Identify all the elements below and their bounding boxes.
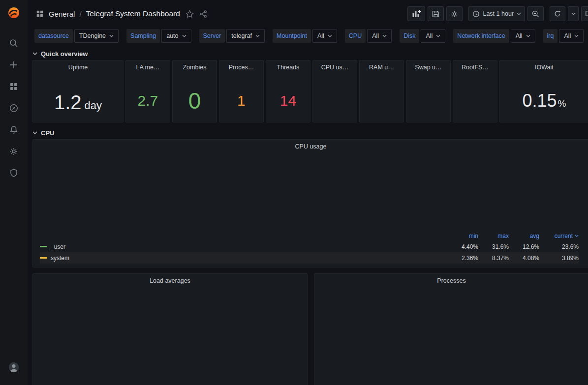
panel-title[interactable]: LA me… [126, 60, 170, 72]
rootfs-gauge[interactable] [453, 73, 497, 115]
var-value-cpu[interactable]: All [367, 29, 392, 43]
zoom-out-button[interactable] [527, 6, 544, 21]
panel-title[interactable]: RAM u… [360, 60, 403, 72]
refresh-interval-dropdown[interactable] [568, 6, 579, 21]
swap-gauge[interactable] [406, 73, 450, 115]
save-dashboard-button[interactable] [428, 6, 444, 21]
panel-title[interactable]: Threads [266, 60, 310, 72]
apps-grid-icon[interactable] [35, 9, 44, 18]
panel-title[interactable]: IOWait [500, 60, 588, 72]
panel-processes: Processes [314, 273, 588, 385]
load-averages-chart[interactable] [39, 286, 305, 385]
panel-title[interactable]: Zombies [173, 60, 217, 72]
legend-avg: 12.6% [509, 243, 539, 250]
panel-swap-usage-gauge: Swap u… [406, 60, 451, 122]
legend-max: 8.37% [478, 255, 509, 262]
var-value-datasource[interactable]: TDengine [74, 29, 119, 43]
page-title: Telegraf System Dashboard [86, 9, 180, 18]
var-label-disk: Disk [400, 29, 419, 43]
legend-sort-avg[interactable]: avg [509, 233, 539, 239]
refresh-button[interactable] [550, 6, 565, 21]
uptime-value: 1.2 [54, 71, 82, 122]
var-value-network-interface[interactable]: All [511, 29, 535, 43]
legend-series-toggle[interactable]: _user [40, 243, 448, 250]
cycle-view-monitor-icon[interactable] [581, 6, 588, 21]
row-header-quick-overview[interactable]: Quick overview [32, 47, 588, 60]
explore-compass-icon[interactable] [8, 103, 19, 114]
sidebar [0, 0, 28, 385]
legend-sort-current[interactable]: current [539, 233, 579, 239]
panel-title[interactable]: Proces… [219, 60, 263, 72]
cpu-legend: min max avg current _user 4.40% 31.6% 12… [33, 230, 588, 267]
time-picker[interactable]: Last 1 hour [468, 6, 525, 21]
alerting-bell-icon[interactable] [8, 124, 19, 135]
legend-row-system: system 2.36% 8.37% 4.08% 3.89% [40, 252, 579, 264]
panel-title[interactable]: Uptime [33, 60, 123, 72]
dashboard-grid: Quick overview Uptime 1.2day LA me… 2.7 … [28, 47, 588, 385]
cpu-gauge[interactable] [313, 73, 357, 115]
panel-title[interactable]: Load averages [33, 274, 307, 285]
legend-series-toggle[interactable]: iowait [40, 266, 448, 268]
panel-processes-stat: Proces… 1 [219, 60, 264, 122]
ram-gauge[interactable] [360, 73, 403, 115]
row-title: Quick overview [41, 50, 88, 58]
processes-chart[interactable] [320, 286, 586, 385]
panel-la-medium: LA me… 2.7 [125, 60, 170, 122]
legend-sort-max[interactable]: max [478, 233, 509, 239]
navbar: General / Telegraf System Dashboard [28, 0, 588, 28]
legend-row-user: _user 4.40% 31.6% 12.6% 23.6% [40, 241, 579, 252]
var-label-datasource: datasource [34, 29, 73, 43]
var-value-sampling[interactable]: auto [161, 29, 191, 43]
bottom-row: Load averages Processes [32, 273, 588, 385]
cpu-usage-chart[interactable] [39, 152, 588, 230]
dashboards-icon[interactable] [8, 81, 19, 92]
star-icon[interactable] [186, 10, 194, 18]
server-admin-shield-icon[interactable] [8, 168, 19, 178]
var-value-mountpoint[interactable]: All [312, 29, 337, 43]
panel-title[interactable]: Swap u… [406, 60, 450, 72]
panel-title[interactable]: Processes [314, 274, 588, 285]
panel-cpu-usage: CPU usage min max avg current _user 4.40… [32, 139, 588, 267]
breadcrumb-separator: / [79, 10, 81, 18]
panel-title[interactable]: CPU us… [313, 60, 357, 72]
var-label-server: Server [199, 29, 225, 43]
legend-series-toggle[interactable]: system [40, 255, 448, 262]
create-plus-icon[interactable] [8, 59, 19, 70]
legend-max: 4.41% [478, 266, 509, 268]
row-header-cpu[interactable]: CPU [32, 126, 588, 139]
var-value-server[interactable]: telegraf [226, 29, 265, 43]
legend-row-iowait: iowait 0.626% 4.41% 1.10% 1.24% [40, 264, 579, 267]
search-icon[interactable] [8, 38, 19, 49]
var-label-network-interface: Network interface [453, 29, 509, 43]
time-range-label: Last 1 hour [483, 10, 514, 17]
legend-header-row: min max avg current [40, 231, 579, 241]
add-panel-button[interactable] [407, 6, 425, 21]
legend-min: 2.36% [448, 255, 478, 262]
var-value-disk[interactable]: All [421, 29, 445, 43]
configuration-gear-icon[interactable] [8, 146, 19, 157]
legend-current: 1.24% [539, 266, 579, 268]
var-label-mountpoint: Mountpoint [273, 29, 311, 43]
panel-title[interactable]: CPU usage [33, 140, 588, 151]
grafana-app: General / Telegraf System Dashboard [0, 0, 588, 385]
breadcrumb-folder[interactable]: General [49, 10, 75, 18]
iowait-unit: % [558, 98, 566, 109]
panel-cpu-usage-gauge: CPU us… [312, 60, 357, 122]
breadcrumb: General / Telegraf System Dashboard [49, 9, 180, 18]
var-value-irq[interactable]: All [559, 29, 584, 43]
user-avatar[interactable] [8, 362, 19, 373]
panel-load-averages: Load averages [32, 273, 308, 385]
panel-title[interactable]: RootFS… [453, 60, 497, 72]
dashboard-variables: datasourceTDengine Samplingauto Serverte… [28, 28, 588, 47]
legend-sort-min[interactable]: min [448, 233, 478, 239]
legend-min: 4.40% [448, 243, 478, 250]
legend-current: 23.6% [539, 243, 579, 250]
grafana-logo-icon[interactable] [7, 6, 21, 20]
share-icon[interactable] [199, 10, 208, 18]
dashboard-settings-button[interactable] [446, 6, 463, 21]
legend-avg: 1.10% [509, 266, 539, 268]
var-label-cpu: CPU [345, 29, 366, 43]
var-label-sampling: Sampling [126, 29, 160, 43]
legend-avg: 4.08% [509, 255, 539, 262]
panel-uptime: Uptime 1.2day [32, 60, 124, 122]
